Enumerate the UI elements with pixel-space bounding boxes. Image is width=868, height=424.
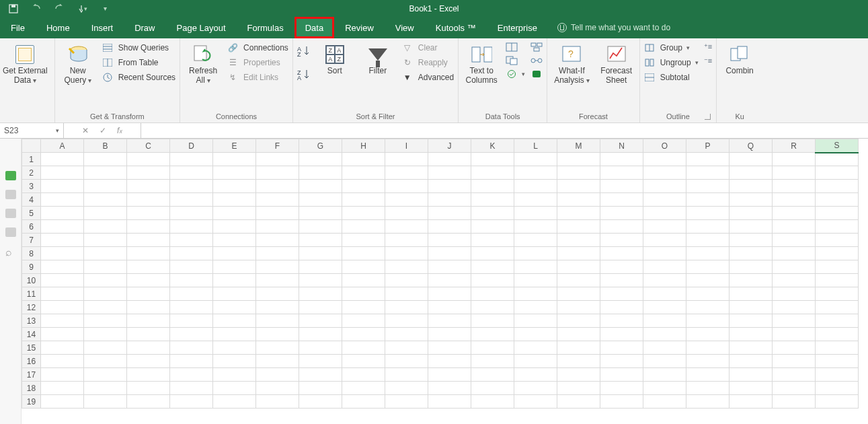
cell-R1[interactable]	[773, 153, 816, 166]
insert-function-icon[interactable]: fx	[117, 126, 122, 135]
row-header-8[interactable]: 8	[22, 247, 41, 260]
row-header-18[interactable]: 18	[22, 382, 41, 395]
cell-Q6[interactable]	[729, 220, 773, 234]
cell-R2[interactable]	[773, 166, 816, 180]
cell-L4[interactable]	[514, 193, 557, 207]
cell-S17[interactable]	[816, 368, 859, 382]
cell-R4[interactable]	[773, 193, 816, 207]
tab-draw[interactable]: Draw	[124, 17, 165, 38]
refresh-all-button[interactable]: Refresh All	[184, 41, 222, 85]
cell-B3[interactable]	[84, 180, 127, 193]
cell-D1[interactable]	[170, 153, 213, 166]
cell-K12[interactable]	[471, 301, 514, 314]
cell-E10[interactable]	[213, 274, 256, 287]
cell-I7[interactable]	[385, 234, 428, 247]
cell-P12[interactable]	[686, 301, 729, 314]
col-header-C[interactable]: C	[127, 139, 170, 153]
cell-G3[interactable]	[299, 180, 342, 193]
cell-C16[interactable]	[127, 355, 170, 368]
cell-G1[interactable]	[299, 153, 342, 166]
cell-J1[interactable]	[428, 153, 471, 166]
cell-Q11[interactable]	[729, 287, 773, 301]
row-header-5[interactable]: 5	[22, 207, 41, 220]
cell-H11[interactable]	[342, 287, 385, 301]
cell-O8[interactable]	[643, 247, 686, 260]
cell-A12[interactable]	[41, 301, 84, 314]
cell-A4[interactable]	[41, 193, 84, 207]
cell-H1[interactable]	[342, 153, 385, 166]
data-validation-button[interactable]: ▾	[506, 69, 525, 79]
cell-L5[interactable]	[514, 207, 557, 220]
cell-O9[interactable]	[643, 260, 686, 274]
consolidate-button[interactable]	[530, 42, 543, 52]
tab-view[interactable]: View	[385, 17, 425, 38]
new-query-button[interactable]: New Query	[59, 41, 97, 85]
cell-C10[interactable]	[127, 274, 170, 287]
cell-I8[interactable]	[385, 247, 428, 260]
cell-I1[interactable]	[385, 153, 428, 166]
cell-F12[interactable]	[256, 301, 299, 314]
relationships-button[interactable]	[530, 56, 543, 65]
cell-D16[interactable]	[170, 355, 213, 368]
cell-Q1[interactable]	[729, 153, 773, 166]
cell-M8[interactable]	[557, 247, 600, 260]
cell-N18[interactable]	[600, 382, 643, 395]
cell-L3[interactable]	[514, 180, 557, 193]
cell-E18[interactable]	[213, 382, 256, 395]
cell-F4[interactable]	[256, 193, 299, 207]
cell-F15[interactable]	[256, 341, 299, 355]
cell-C9[interactable]	[127, 260, 170, 274]
cell-O2[interactable]	[643, 166, 686, 180]
cell-P11[interactable]	[686, 287, 729, 301]
sort-desc-button[interactable]: ZA	[297, 69, 311, 83]
cell-C12[interactable]	[127, 301, 170, 314]
cell-J7[interactable]	[428, 234, 471, 247]
col-header-O[interactable]: O	[643, 139, 686, 153]
cell-O4[interactable]	[643, 193, 686, 207]
get-external-data-button[interactable]: Get External Data	[0, 41, 50, 85]
cell-G16[interactable]	[299, 355, 342, 368]
cell-Q3[interactable]	[729, 180, 773, 193]
cell-Q18[interactable]	[729, 382, 773, 395]
find-icon[interactable]: ⌕	[5, 246, 16, 256]
cell-N6[interactable]	[600, 220, 643, 234]
cell-G11[interactable]	[299, 287, 342, 301]
col-header-R[interactable]: R	[773, 139, 816, 153]
col-header-L[interactable]: L	[514, 139, 557, 153]
cell-F3[interactable]	[256, 180, 299, 193]
touch-mode-icon[interactable]: ▾	[77, 3, 87, 14]
cell-K9[interactable]	[471, 260, 514, 274]
cell-R17[interactable]	[773, 368, 816, 382]
cell-N9[interactable]	[600, 260, 643, 274]
col-header-A[interactable]: A	[41, 139, 84, 153]
cell-N10[interactable]	[600, 274, 643, 287]
cell-F10[interactable]	[256, 274, 299, 287]
cell-O17[interactable]	[643, 368, 686, 382]
cell-A16[interactable]	[41, 355, 84, 368]
row-header-1[interactable]: 1	[22, 153, 41, 166]
tab-page-layout[interactable]: Page Layout	[166, 17, 237, 38]
cell-Q9[interactable]	[729, 260, 773, 274]
cell-N14[interactable]	[600, 328, 643, 341]
cell-G5[interactable]	[299, 207, 342, 220]
undo-icon[interactable]	[31, 3, 42, 14]
cell-S10[interactable]	[816, 274, 859, 287]
recent-sources-button[interactable]: Recent Sources	[102, 72, 175, 83]
cell-B14[interactable]	[84, 328, 127, 341]
cell-C8[interactable]	[127, 247, 170, 260]
cell-C6[interactable]	[127, 220, 170, 234]
cell-M9[interactable]	[557, 260, 600, 274]
cell-P13[interactable]	[686, 314, 729, 328]
cell-R14[interactable]	[773, 328, 816, 341]
select-all-corner[interactable]	[22, 139, 41, 153]
cell-J3[interactable]	[428, 180, 471, 193]
cell-O10[interactable]	[643, 274, 686, 287]
cell-H3[interactable]	[342, 180, 385, 193]
cell-F9[interactable]	[256, 260, 299, 274]
cell-I18[interactable]	[385, 382, 428, 395]
cell-E3[interactable]	[213, 180, 256, 193]
cell-S8[interactable]	[816, 247, 859, 260]
cell-F11[interactable]	[256, 287, 299, 301]
cell-I19[interactable]	[385, 395, 428, 409]
cell-R5[interactable]	[773, 207, 816, 220]
